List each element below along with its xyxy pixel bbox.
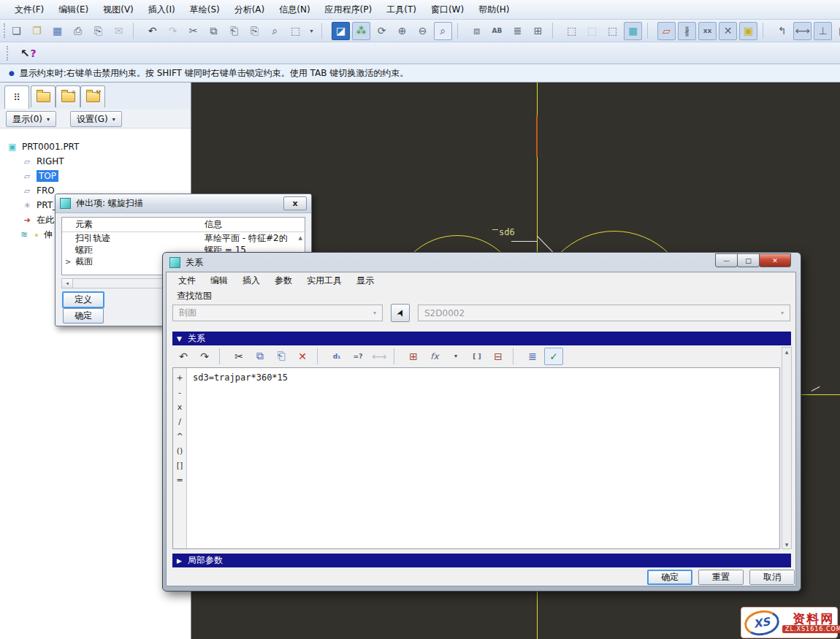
show-verts-icon[interactable]: ▣ <box>739 22 757 40</box>
undo-icon[interactable]: ↶ <box>174 348 193 365</box>
find-param-icon[interactable]: ⊟ <box>489 348 508 365</box>
op-parens-button[interactable]: () <box>177 444 183 457</box>
op-equals-button[interactable]: = <box>176 473 183 486</box>
functions-caret-icon[interactable]: ▾ <box>446 348 465 365</box>
relation-editor[interactable]: +-x/^()[]= sd3=trajpar*360*15 <box>172 367 780 549</box>
scroll-up-icon[interactable]: ▲ <box>299 235 302 241</box>
menu-sketch[interactable]: 草绘(S) <box>183 1 227 19</box>
menu-analysis[interactable]: 分析(A) <box>227 1 272 19</box>
menu-insert[interactable]: 插入(I) <box>141 1 183 19</box>
op-divide-button[interactable]: / <box>178 415 181 428</box>
maximize-button[interactable]: □ <box>737 253 760 267</box>
ok-button[interactable]: 确定 <box>63 308 104 324</box>
relations-section-header[interactable]: ▼ 关系 <box>172 332 791 345</box>
view-manager-icon[interactable]: ⊞ <box>529 22 547 40</box>
minimize-button[interactable]: — <box>715 253 738 267</box>
copy-icon[interactable]: ⧉ <box>251 348 270 365</box>
vertical-scrollbar[interactable]: ▲ ▼ <box>782 347 792 549</box>
reset-button[interactable]: 重置 <box>698 570 744 585</box>
define-button[interactable]: 定义 <box>62 291 104 308</box>
rel-menu-show[interactable]: 显示 <box>349 272 381 289</box>
settings-dropdown-button[interactable]: 设置(G) ▾ <box>70 111 122 127</box>
sketch-setup-icon[interactable]: ↰ <box>773 22 791 40</box>
grid-toggle-icon[interactable]: ▦ <box>834 22 840 40</box>
unit-convert-icon[interactable]: ⟷ <box>370 348 389 365</box>
paste-icon[interactable]: ⎗ <box>272 348 291 365</box>
toolbar-grip[interactable] <box>4 23 5 38</box>
zoom-in-icon[interactable]: ⊕ <box>393 22 411 40</box>
sketch-view-icon[interactable]: ◪ <box>332 22 350 40</box>
show-dropdown-button[interactable]: 显示(0) ▾ <box>6 111 56 127</box>
close-button[interactable]: x <box>283 196 307 210</box>
scroll-down-icon[interactable]: ▼ <box>785 542 789 547</box>
save-icon[interactable]: ▦ <box>48 22 66 40</box>
select-box-icon[interactable]: ⬚ <box>286 22 305 40</box>
delete-icon[interactable]: ✕ <box>293 348 312 365</box>
show-section-icon[interactable]: ▱ <box>657 22 676 40</box>
ok-button[interactable]: 确定 <box>647 570 692 585</box>
rel-menu-utilities[interactable]: 实用工具 <box>299 272 349 289</box>
hidden-line-icon[interactable]: ⬚ <box>583 22 601 40</box>
layers-icon[interactable]: ≣ <box>508 22 527 40</box>
wireframe-icon[interactable]: ⬚ <box>562 22 581 40</box>
toolbar-grip[interactable] <box>7 46 12 61</box>
find-icon[interactable]: ⌕ <box>266 22 284 40</box>
sort-relations-icon[interactable]: ≣ <box>523 348 542 365</box>
tab-connections[interactable]: ⚒ <box>80 85 105 107</box>
relation-expression[interactable]: sd3=trajpar*360*15 <box>193 372 288 383</box>
redo-icon[interactable]: ↷ <box>195 348 214 365</box>
spin-center-icon[interactable]: ⟳ <box>373 22 391 40</box>
open-icon[interactable]: ❐ <box>28 22 46 40</box>
brackets-icon[interactable]: [ ] <box>467 348 486 365</box>
rel-menu-parameters[interactable]: 参数 <box>267 272 299 289</box>
select-item-button[interactable]: ➤ <box>391 304 410 322</box>
close-button[interactable]: ✕ <box>759 253 791 267</box>
tree-node-top[interactable]: TOP <box>0 169 191 183</box>
show-dims-icon[interactable]: ∦ <box>678 22 696 40</box>
mail-icon[interactable]: ✉ <box>110 22 128 40</box>
cut-icon[interactable]: ✂ <box>229 348 248 365</box>
show-constraints-icon[interactable]: xx <box>698 22 717 40</box>
rel-menu-insert[interactable]: 插入 <box>235 272 267 289</box>
refit-icon[interactable]: ⌕ <box>434 22 452 40</box>
copy-icon[interactable]: ⧉ <box>205 22 223 40</box>
table-row[interactable]: 扫引轨迹 草绘平面 - 特征#2的 ▲ <box>62 232 305 244</box>
op-brackets-button[interactable]: [] <box>177 459 183 472</box>
undo-icon[interactable]: ↶ <box>143 22 161 40</box>
op-plus-button[interactable]: + <box>176 371 183 384</box>
menu-tools[interactable]: 工具(T) <box>379 1 424 19</box>
tab-folder-browser[interactable] <box>31 85 56 107</box>
op-multiply-button[interactable]: x <box>177 400 183 413</box>
scope-select[interactable]: 剖面 ▾ <box>172 305 383 321</box>
select-box-caret-icon[interactable]: ▾ <box>307 22 316 40</box>
menu-file[interactable]: 文件(F) <box>7 1 51 19</box>
dimension-label[interactable]: sd6 <box>499 227 515 237</box>
reorient-icon[interactable]: ⧈ <box>467 22 486 40</box>
cancel-button[interactable]: 取消 <box>749 570 795 585</box>
print-icon[interactable]: ⎙ <box>69 22 87 40</box>
tab-favorites[interactable]: ✳ <box>56 85 80 107</box>
tree-node-right[interactable]: RIGHT <box>0 154 191 169</box>
insert-param-icon[interactable]: ⊞ <box>404 348 423 365</box>
no-hidden-icon[interactable]: ⬚ <box>603 22 622 40</box>
op-power-button[interactable]: ^ <box>176 429 183 443</box>
object-name-combo[interactable]: S2D0002 ▾ <box>418 305 790 321</box>
annotation-icon[interactable]: AB <box>488 22 506 40</box>
context-help-icon[interactable]: ↖ ? <box>20 47 37 60</box>
op-minus-button[interactable]: - <box>178 386 181 399</box>
dialog-title-bar[interactable]: 伸出项: 螺旋扫描 x <box>56 194 311 213</box>
shaded-icon[interactable]: ■ <box>624 22 642 40</box>
local-parameters-section-header[interactable]: ▶ 局部参数 <box>172 554 791 567</box>
rel-menu-file[interactable]: 文件 <box>171 272 203 289</box>
scroll-left-icon[interactable]: ◂ <box>62 279 73 288</box>
menu-help[interactable]: 帮助(H) <box>471 1 516 19</box>
constraints-toggle-icon[interactable]: ⊥ <box>814 22 832 40</box>
switch-dims-icon[interactable]: d₁ <box>327 348 346 365</box>
rel-menu-edit[interactable]: 编辑 <box>203 272 235 289</box>
new-file-icon[interactable]: ❏ <box>7 22 26 40</box>
menu-edit[interactable]: 编辑(E) <box>51 1 96 19</box>
scroll-up-icon[interactable]: ▲ <box>785 349 789 354</box>
zoom-out-icon[interactable]: ⊖ <box>413 22 432 40</box>
menu-info[interactable]: 信息(N) <box>272 1 317 19</box>
menu-window[interactable]: 窗口(W) <box>424 1 471 19</box>
